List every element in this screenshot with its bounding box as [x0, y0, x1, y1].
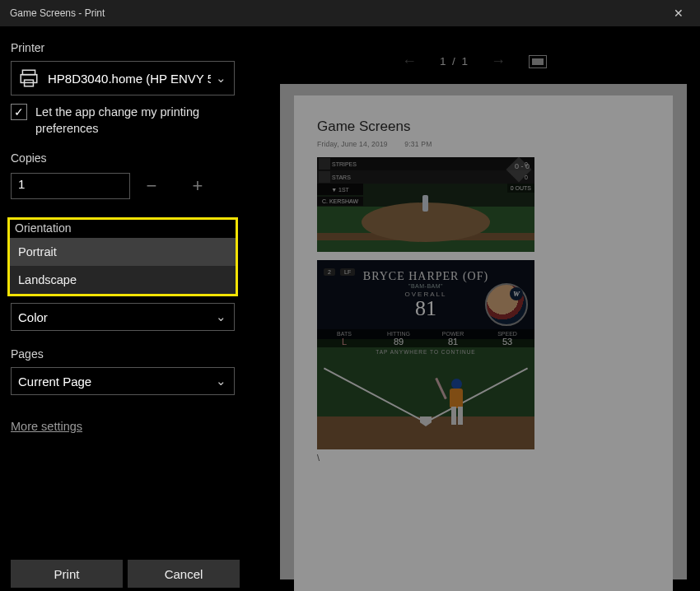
chevron-down-icon: ⌄ — [211, 71, 231, 86]
pages-select[interactable]: Current Page ⌄ — [11, 367, 235, 395]
close-icon[interactable]: ✕ — [662, 0, 695, 26]
page-counter: 1 / 1 — [440, 55, 468, 67]
chevron-down-icon: ⌄ — [211, 374, 231, 389]
printer-label: Printer — [11, 41, 240, 54]
cancel-button[interactable]: Cancel — [128, 560, 240, 588]
copies-plus-button[interactable]: + — [183, 171, 212, 201]
preview-sheet: Game Screens Friday, June 14, 2019 9:31 … — [294, 95, 673, 591]
printer-icon — [18, 67, 40, 89]
title-bar: Game Screens - Print ✕ — [0, 0, 700, 26]
printer-select[interactable]: HP8D3040.home (HP ENVY 5000 series) ⌄ — [11, 61, 235, 95]
doc-title: Game Screens — [317, 119, 673, 135]
orientation-dropdown-open[interactable]: Orientation Portrait Landscape — [7, 217, 238, 296]
screenshot-2: 2 LF BRYCE HARPER (OF) "BAM-BAM" OVERALL… — [317, 260, 534, 449]
prev-page-icon[interactable]: ← — [402, 53, 417, 70]
print-button[interactable]: Print — [11, 560, 123, 588]
pref-checkbox-row[interactable]: ✓ Let the app change my printing prefere… — [11, 104, 235, 137]
pages-selected: Current Page — [18, 375, 211, 389]
preview-toolbar: ← 1 / 1 → — [249, 53, 700, 70]
window-title: Game Screens - Print — [10, 7, 662, 19]
player-avatar: W — [485, 283, 528, 326]
screenshot-1: STRIPES0 STARS0 0 - 0 ▼ 1ST 0 OUTS C. KE… — [317, 157, 534, 252]
orientation-label: Orientation — [10, 220, 236, 238]
orientation-option-landscape[interactable]: Landscape — [10, 266, 236, 294]
next-page-icon[interactable]: → — [491, 53, 506, 70]
orientation-option-portrait[interactable]: Portrait — [10, 238, 236, 266]
preview-page-area[interactable]: Game Screens Friday, June 14, 2019 9:31 … — [280, 84, 687, 579]
pages-label: Pages — [11, 347, 240, 361]
copies-label: Copies — [11, 151, 240, 165]
color-select[interactable]: Color ⌄ — [11, 303, 235, 331]
doc-time: 9:31 PM — [404, 140, 432, 148]
printer-selected: HP8D3040.home (HP ENVY 5000 series) — [48, 72, 211, 86]
color-selected: Color — [18, 310, 211, 324]
pref-checkbox-label: Let the app change my printing preferenc… — [35, 104, 235, 137]
copies-input[interactable]: 1 — [11, 173, 130, 199]
svg-rect-1 — [21, 75, 37, 83]
doc-date: Friday, June 14, 2019 — [317, 140, 388, 148]
svg-rect-0 — [22, 70, 35, 74]
print-preview-panel: ← 1 / 1 → Game Screens Friday, June 14, … — [249, 26, 700, 591]
print-options-panel: Printer HP8D3040.home (HP ENVY 5000 seri… — [0, 26, 249, 591]
more-settings-link[interactable]: More settings — [11, 420, 240, 433]
fit-page-icon[interactable] — [529, 55, 547, 68]
copies-minus-button[interactable]: − — [137, 171, 166, 201]
chevron-down-icon: ⌄ — [211, 309, 231, 324]
stray-char: \ — [317, 453, 320, 463]
checkbox-icon[interactable]: ✓ — [11, 104, 27, 120]
